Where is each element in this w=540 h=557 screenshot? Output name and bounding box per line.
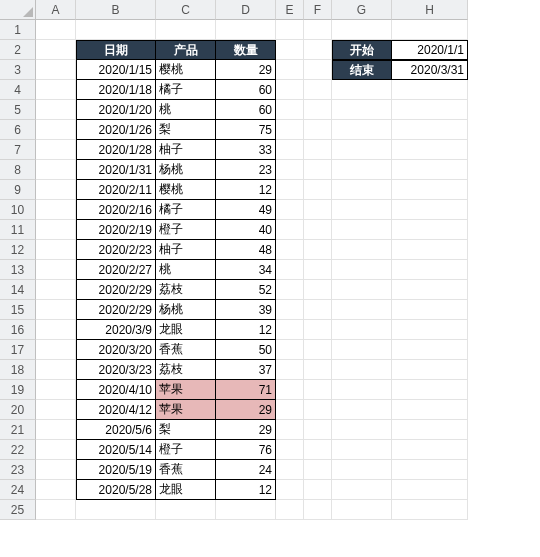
cell-F7[interactable]	[304, 140, 332, 160]
cell-A22[interactable]	[36, 440, 76, 460]
table-row-qty[interactable]: 12	[216, 480, 276, 500]
cell-H4[interactable]	[392, 80, 468, 100]
cell-F2[interactable]	[304, 40, 332, 60]
cell-F21[interactable]	[304, 420, 332, 440]
row-header-17[interactable]: 17	[0, 340, 36, 360]
table-row-date[interactable]: 2020/4/12	[76, 400, 156, 420]
table-row-date[interactable]: 2020/1/18	[76, 80, 156, 100]
column-header-A[interactable]: A	[36, 0, 76, 20]
table-row-date[interactable]: 2020/2/11	[76, 180, 156, 200]
table-row-product[interactable]: 橙子	[156, 220, 216, 240]
table-row-product[interactable]: 荔枝	[156, 280, 216, 300]
table-row-product[interactable]: 柚子	[156, 140, 216, 160]
table-row-product[interactable]: 杨桃	[156, 300, 216, 320]
table-row-product[interactable]: 樱桃	[156, 180, 216, 200]
filter-end-label[interactable]: 结束	[332, 60, 392, 80]
cell-E17[interactable]	[276, 340, 304, 360]
table-row-product[interactable]: 橘子	[156, 80, 216, 100]
cell-A9[interactable]	[36, 180, 76, 200]
cell-G11[interactable]	[332, 220, 392, 240]
cell-E5[interactable]	[276, 100, 304, 120]
row-header-20[interactable]: 20	[0, 400, 36, 420]
cell-H14[interactable]	[392, 280, 468, 300]
filter-start-label[interactable]: 开始	[332, 40, 392, 60]
cell-H25[interactable]	[392, 500, 468, 520]
column-header-D[interactable]: D	[216, 0, 276, 20]
table-row-qty[interactable]: 12	[216, 320, 276, 340]
table-row-product[interactable]: 香蕉	[156, 340, 216, 360]
cell-A8[interactable]	[36, 160, 76, 180]
cell-F18[interactable]	[304, 360, 332, 380]
cell-F9[interactable]	[304, 180, 332, 200]
cell-F8[interactable]	[304, 160, 332, 180]
cell-A19[interactable]	[36, 380, 76, 400]
table-row-product[interactable]: 橘子	[156, 200, 216, 220]
table-row-date[interactable]: 2020/2/16	[76, 200, 156, 220]
cell-H11[interactable]	[392, 220, 468, 240]
cell-A3[interactable]	[36, 60, 76, 80]
cell-E11[interactable]	[276, 220, 304, 240]
cell-H12[interactable]	[392, 240, 468, 260]
cell-H18[interactable]	[392, 360, 468, 380]
table-row-qty[interactable]: 37	[216, 360, 276, 380]
row-header-3[interactable]: 3	[0, 60, 36, 80]
cell-E7[interactable]	[276, 140, 304, 160]
cell-H16[interactable]	[392, 320, 468, 340]
table-row-qty[interactable]: 40	[216, 220, 276, 240]
table-row-product[interactable]: 柚子	[156, 240, 216, 260]
table-row-product[interactable]: 苹果	[156, 380, 216, 400]
cell-F3[interactable]	[304, 60, 332, 80]
cell-F11[interactable]	[304, 220, 332, 240]
row-header-24[interactable]: 24	[0, 480, 36, 500]
column-header-G[interactable]: G	[332, 0, 392, 20]
cell-F1[interactable]	[304, 20, 332, 40]
cell-H20[interactable]	[392, 400, 468, 420]
table-row-qty[interactable]: 23	[216, 160, 276, 180]
cell-G23[interactable]	[332, 460, 392, 480]
cell-A18[interactable]	[36, 360, 76, 380]
cell-A4[interactable]	[36, 80, 76, 100]
cell-E3[interactable]	[276, 60, 304, 80]
cell-G20[interactable]	[332, 400, 392, 420]
table-row-qty[interactable]: 39	[216, 300, 276, 320]
cell-G18[interactable]	[332, 360, 392, 380]
cell-A21[interactable]	[36, 420, 76, 440]
table-header-date[interactable]: 日期	[76, 40, 156, 60]
cell-F5[interactable]	[304, 100, 332, 120]
cell-E15[interactable]	[276, 300, 304, 320]
spreadsheet-grid[interactable]: ABCDEFGH12日期产品数量开始2020/1/132020/1/15樱桃29…	[0, 0, 540, 520]
cell-G24[interactable]	[332, 480, 392, 500]
row-header-14[interactable]: 14	[0, 280, 36, 300]
table-row-qty[interactable]: 50	[216, 340, 276, 360]
cell-E25[interactable]	[276, 500, 304, 520]
column-header-E[interactable]: E	[276, 0, 304, 20]
table-row-product[interactable]: 橙子	[156, 440, 216, 460]
row-header-16[interactable]: 16	[0, 320, 36, 340]
table-row-date[interactable]: 2020/5/6	[76, 420, 156, 440]
cell-F17[interactable]	[304, 340, 332, 360]
cell-G19[interactable]	[332, 380, 392, 400]
table-row-date[interactable]: 2020/1/20	[76, 100, 156, 120]
row-header-2[interactable]: 2	[0, 40, 36, 60]
cell-E4[interactable]	[276, 80, 304, 100]
table-row-date[interactable]: 2020/1/28	[76, 140, 156, 160]
cell-F22[interactable]	[304, 440, 332, 460]
select-all-corner[interactable]	[0, 0, 36, 20]
cell-F13[interactable]	[304, 260, 332, 280]
table-row-date[interactable]: 2020/5/28	[76, 480, 156, 500]
cell-E18[interactable]	[276, 360, 304, 380]
cell-A6[interactable]	[36, 120, 76, 140]
cell-G13[interactable]	[332, 260, 392, 280]
cell-F6[interactable]	[304, 120, 332, 140]
cell-B1[interactable]	[76, 20, 156, 40]
table-row-product[interactable]: 苹果	[156, 400, 216, 420]
cell-A16[interactable]	[36, 320, 76, 340]
row-header-1[interactable]: 1	[0, 20, 36, 40]
cell-F24[interactable]	[304, 480, 332, 500]
table-header-product[interactable]: 产品	[156, 40, 216, 60]
cell-A20[interactable]	[36, 400, 76, 420]
cell-G17[interactable]	[332, 340, 392, 360]
cell-G9[interactable]	[332, 180, 392, 200]
cell-H8[interactable]	[392, 160, 468, 180]
cell-G21[interactable]	[332, 420, 392, 440]
